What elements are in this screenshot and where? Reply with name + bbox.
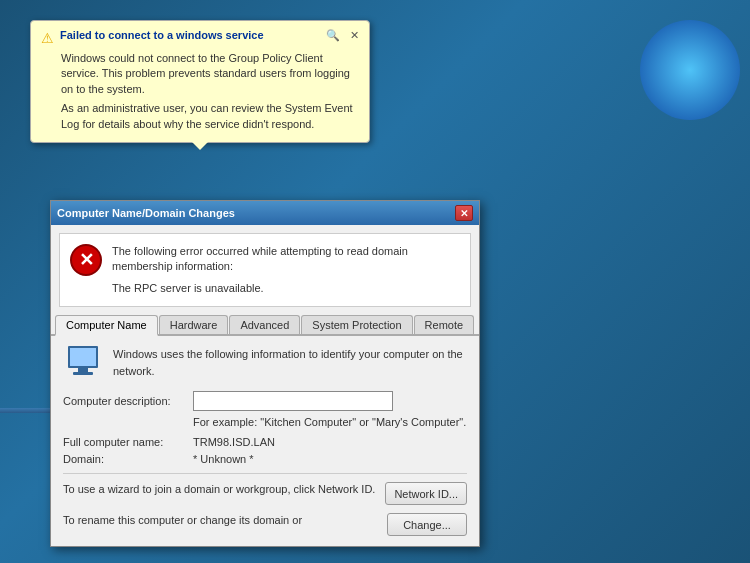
error-area: ✕ The following error occurred while att… xyxy=(59,233,471,307)
network-id-row: To use a wizard to join a domain or work… xyxy=(63,482,467,505)
windows-logo xyxy=(640,20,740,120)
change-text: To rename this computer or change its do… xyxy=(63,513,377,528)
description-row: Computer description: xyxy=(63,391,467,411)
domain-label: Domain: xyxy=(63,453,193,465)
dialog-title: Computer Name/Domain Changes xyxy=(57,207,235,219)
domain-row: Domain: * Unknown * xyxy=(63,453,467,465)
tab-remote[interactable]: Remote xyxy=(414,315,475,334)
error-text: The following error occurred while attem… xyxy=(112,244,460,296)
notification-body: Windows could not connect to the Group P… xyxy=(41,51,359,132)
error-line1: The following error occurred while attem… xyxy=(112,244,460,275)
change-button[interactable]: Change... xyxy=(387,513,467,536)
tab-content: Windows uses the following information t… xyxy=(51,336,479,546)
notification-close-button[interactable]: ✕ xyxy=(350,29,359,42)
description-input[interactable] xyxy=(193,391,393,411)
warning-icon: ⚠ xyxy=(41,30,54,46)
error-icon: ✕ xyxy=(70,244,102,276)
full-computer-name-label: Full computer name: xyxy=(63,436,193,448)
computer-info-row: Windows uses the following information t… xyxy=(63,346,467,381)
tab-system-protection[interactable]: System Protection xyxy=(301,315,412,334)
computer-name-domain-dialog: Computer Name/Domain Changes ✕ ✕ The fol… xyxy=(50,200,480,547)
tab-advanced[interactable]: Advanced xyxy=(229,315,300,334)
full-computer-name-value: TRM98.ISD.LAN xyxy=(193,436,275,448)
computer-icon xyxy=(63,346,103,381)
notification-line2: As an administrative user, you can revie… xyxy=(61,101,359,132)
monitor-base xyxy=(73,372,93,375)
description-label: Computer description: xyxy=(63,395,193,407)
notification-balloon: ⚠ Failed to connect to a windows service… xyxy=(30,20,370,143)
network-id-text: To use a wizard to join a domain or work… xyxy=(63,482,375,497)
dialog-close-button[interactable]: ✕ xyxy=(455,205,473,221)
tab-strip: Computer Name Hardware Advanced System P… xyxy=(51,315,479,336)
notification-title: Failed to connect to a windows service xyxy=(60,29,318,41)
computer-info-text: Windows uses the following information t… xyxy=(113,346,467,379)
full-computer-name-row: Full computer name: TRM98.ISD.LAN xyxy=(63,436,467,448)
desktop: Ie Suppo ds ⚠ Failed to connect to a win… xyxy=(0,0,750,563)
notification-line1: Windows could not connect to the Group P… xyxy=(61,51,359,97)
notification-search-icon[interactable]: 🔍 xyxy=(326,29,340,42)
domain-value: * Unknown * xyxy=(193,453,254,465)
monitor-screen xyxy=(68,346,98,368)
tab-hardware[interactable]: Hardware xyxy=(159,315,229,334)
change-row: To rename this computer or change its do… xyxy=(63,513,467,536)
dialog-titlebar: Computer Name/Domain Changes ✕ xyxy=(51,201,479,225)
network-id-button[interactable]: Network ID... xyxy=(385,482,467,505)
error-icon-container: ✕ xyxy=(70,244,102,276)
description-hint: For example: "Kitchen Computer" or "Mary… xyxy=(193,416,467,428)
divider xyxy=(63,473,467,474)
tab-computer-name[interactable]: Computer Name xyxy=(55,315,158,336)
error-line3: The RPC server is unavailable. xyxy=(112,281,460,296)
